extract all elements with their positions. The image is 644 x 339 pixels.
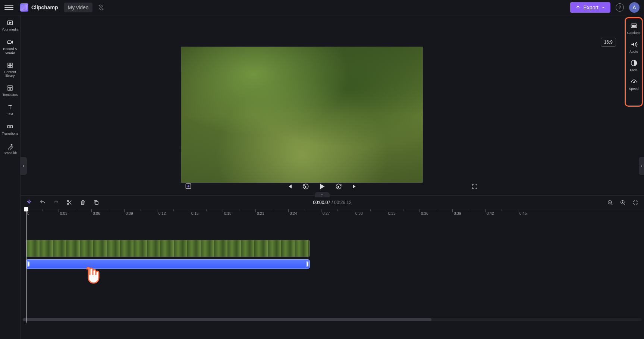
- zoom-out-button[interactable]: [607, 199, 613, 206]
- timeline-timecode: 00:00.07 / 00:26.12: [313, 200, 351, 205]
- skip-end-button[interactable]: [351, 182, 359, 191]
- export-button[interactable]: Export: [570, 2, 610, 13]
- sidebar-item-templates[interactable]: Templates: [1, 84, 19, 97]
- right-item-label: Speed: [629, 87, 638, 91]
- clip-trim-right-handle[interactable]: [306, 261, 308, 267]
- speed-icon: [630, 78, 638, 85]
- svg-rect-3: [7, 41, 11, 44]
- user-avatar[interactable]: A: [629, 2, 640, 13]
- svg-rect-9: [8, 88, 10, 91]
- text-icon: [6, 104, 14, 111]
- media-icon: [6, 19, 14, 26]
- menu-button[interactable]: [4, 3, 13, 12]
- sidebar-item-label: Content library: [1, 70, 19, 78]
- svg-rect-23: [95, 201, 98, 204]
- timeline-panel: 00:00.07 / 00:26.12 00:030:060:090:120:1…: [21, 195, 644, 339]
- sidebar-item-your-media[interactable]: Your media: [1, 19, 19, 32]
- sidebar-item-brand-kit[interactable]: Brand kit: [1, 142, 19, 155]
- aspect-ratio-button[interactable]: 16:9: [601, 38, 616, 47]
- right-item-speed[interactable]: Speed: [625, 78, 643, 91]
- current-time: 00:00.07: [313, 200, 330, 205]
- left-sidebar: Your media Record & create Content libra…: [0, 15, 21, 339]
- fade-icon: [630, 59, 638, 67]
- captions-icon: CC: [630, 22, 638, 29]
- zoom-in-button[interactable]: [619, 199, 626, 206]
- video-clip[interactable]: [26, 240, 310, 257]
- svg-rect-8: [8, 86, 12, 87]
- record-icon: [6, 38, 14, 46]
- duplicate-button[interactable]: [93, 199, 100, 206]
- project-title[interactable]: My video: [64, 3, 92, 12]
- chevron-left-icon: [640, 164, 643, 168]
- scrollbar-thumb[interactable]: [23, 318, 431, 321]
- svg-rect-12: [10, 126, 13, 128]
- undo-button[interactable]: [39, 199, 46, 206]
- playhead[interactable]: [26, 209, 26, 323]
- redo-button[interactable]: [53, 199, 59, 206]
- svg-rect-10: [10, 88, 12, 91]
- preview-area: 16:9 5 5: [21, 15, 623, 195]
- chevron-down-icon: [601, 6, 605, 9]
- forward-5-button[interactable]: 5: [334, 182, 343, 191]
- svg-rect-11: [7, 126, 10, 128]
- total-time: 00:26.12: [334, 200, 352, 205]
- timeline-ruler[interactable]: 00:030:060:090:120:150:180:210:240:270:3…: [21, 209, 644, 218]
- svg-rect-7: [10, 65, 12, 67]
- sidebar-item-label: Your media: [1, 28, 18, 32]
- video-preview[interactable]: [181, 47, 423, 183]
- svg-text:CC: CC: [632, 25, 636, 27]
- right-item-audio[interactable]: Audio: [625, 41, 643, 53]
- rewind-5-button[interactable]: 5: [302, 182, 310, 191]
- sidebar-item-label: Record & create: [1, 47, 19, 55]
- timeline-zoom-controls: [607, 199, 639, 206]
- app-header: Clipchamp My video Export ? A: [0, 0, 644, 15]
- transitions-icon: [6, 123, 14, 131]
- right-item-captions[interactable]: CC Captions: [625, 22, 643, 35]
- timeline-tracks[interactable]: [21, 218, 644, 323]
- playback-controls: 5 5: [21, 182, 623, 191]
- svg-text:5: 5: [337, 186, 339, 188]
- sidebar-item-label: Text: [7, 113, 13, 116]
- zoom-fit-button[interactable]: [632, 199, 639, 206]
- templates-icon: [6, 84, 14, 92]
- sidebar-item-record-create[interactable]: Record & create: [1, 38, 19, 55]
- sync-status-icon: [98, 4, 104, 11]
- upload-icon: [575, 5, 581, 10]
- svg-marker-2: [10, 22, 12, 24]
- play-button[interactable]: [318, 182, 326, 191]
- svg-rect-5: [10, 63, 12, 65]
- right-item-label: Fade: [630, 68, 638, 72]
- sidebar-item-transitions[interactable]: Transitions: [1, 123, 19, 136]
- fullscreen-icon: [471, 183, 478, 190]
- right-item-label: Captions: [627, 31, 641, 35]
- sidebar-item-content-library[interactable]: Content library: [1, 62, 19, 78]
- svg-rect-6: [8, 65, 10, 67]
- svg-point-20: [633, 82, 634, 83]
- delete-button[interactable]: [79, 199, 86, 206]
- audio-clip[interactable]: [26, 259, 310, 269]
- split-button[interactable]: [66, 199, 73, 206]
- clip-trim-left-handle[interactable]: [27, 261, 29, 267]
- brandkit-icon: [6, 142, 14, 150]
- skip-start-button[interactable]: [285, 182, 293, 191]
- audio-icon: [630, 41, 638, 48]
- fullscreen-button[interactable]: [471, 183, 478, 190]
- svg-marker-15: [320, 184, 325, 189]
- sidebar-item-label: Transitions: [2, 132, 18, 136]
- app-name: Clipchamp: [31, 4, 58, 10]
- logo-icon: [20, 3, 28, 12]
- sidebar-item-label: Brand kit: [3, 151, 17, 155]
- svg-rect-4: [8, 63, 10, 65]
- help-button[interactable]: ?: [616, 3, 624, 12]
- svg-point-21: [67, 200, 69, 202]
- collapse-right-panel[interactable]: [639, 157, 644, 175]
- svg-point-22: [67, 203, 69, 205]
- timeline-scrollbar[interactable]: [23, 318, 642, 321]
- auto-cleanup-button[interactable]: [26, 199, 32, 206]
- sidebar-item-label: Templates: [2, 93, 18, 97]
- sidebar-item-text[interactable]: Text: [1, 104, 19, 116]
- right-item-fade[interactable]: Fade: [625, 59, 643, 72]
- app-logo[interactable]: Clipchamp: [20, 3, 58, 12]
- export-label: Export: [584, 4, 599, 10]
- svg-text:5: 5: [305, 186, 306, 188]
